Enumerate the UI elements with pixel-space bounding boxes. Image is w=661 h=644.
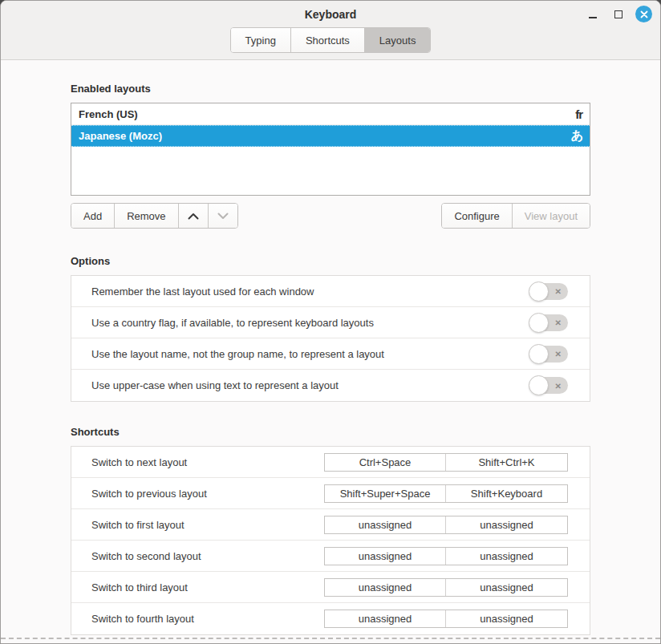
shortcut-binding-button[interactable]: unassigned [446,579,567,596]
shortcut-binding-button[interactable]: Shift+Keyboard [446,485,567,502]
shortcut-row-next-layout: Switch to next layout Ctrl+Space Shift+C… [71,447,590,478]
option-row-upper-case: Use upper-case when using text to repres… [71,370,590,401]
layout-tools-button-group: Configure View layout [441,203,590,229]
toggle-knob [529,375,549,395]
shortcut-label: Switch to fourth layout [91,613,324,625]
list-edit-button-group: Add Remove [71,203,238,229]
enabled-layouts-heading: Enabled layouts [71,83,590,95]
titlebar[interactable]: Keyboard [1,1,660,27]
tab-layouts[interactable]: Layouts [365,28,431,52]
toggle-upper-case[interactable]: ✕ [529,377,568,394]
option-label: Use a country flag, if available, to rep… [91,317,529,329]
shortcut-binding-button[interactable]: unassigned [325,579,446,596]
layout-list[interactable]: French (US) fr Japanese (Mozc) あ [71,103,590,196]
shortcut-row-third-layout: Switch to third layout unassigned unassi… [71,572,590,603]
shortcut-binding-pair: unassigned unassigned [324,610,568,628]
window-title: Keyboard [305,8,357,21]
layouts-panel: Enabled layouts French (US) fr Japanese … [1,83,660,635]
add-button[interactable]: Add [71,204,115,228]
toggle-knob [529,281,549,302]
layout-name: French (US) [79,108,575,120]
shortcut-binding-button[interactable]: unassigned [325,548,446,565]
layout-row-japanese[interactable]: Japanese (Mozc) あ [71,125,590,147]
maximize-icon [614,10,622,18]
tab-bar: Typing Shortcuts Layouts [1,27,660,53]
options-box: Remember the last layout used for each w… [71,275,590,402]
shortcut-binding-button[interactable]: unassigned [446,516,567,533]
shortcut-binding-pair: unassigned unassigned [324,547,568,565]
toggle-off-x-icon: ✕ [555,318,562,327]
shortcut-label: Switch to next layout [91,456,324,468]
shortcut-binding-pair: Shift+Super+Space Shift+Keyboard [324,484,568,503]
shortcut-row-previous-layout: Switch to previous layout Shift+Super+Sp… [71,478,590,509]
shortcut-row-fourth-layout: Switch to fourth layout unassigned unass… [71,603,590,634]
window-controls [584,1,652,27]
shortcut-label: Switch to previous layout [91,488,324,500]
minimize-icon [589,17,597,18]
shortcut-binding-pair: unassigned unassigned [324,516,568,534]
maximize-button[interactable] [610,6,627,23]
close-icon [640,10,648,18]
shortcut-binding-button[interactable]: Ctrl+Space [325,454,446,471]
shortcut-binding-button[interactable]: unassigned [325,610,446,627]
shortcuts-box: Switch to next layout Ctrl+Space Shift+C… [71,446,590,635]
remove-button[interactable]: Remove [115,204,178,228]
option-label: Remember the last layout used for each w… [91,286,529,298]
shortcut-binding-pair: unassigned unassigned [324,578,568,597]
toggle-country-flag[interactable]: ✕ [529,314,568,331]
option-row-country-flag: Use a country flag, if available, to rep… [71,307,590,338]
option-label: Use the layout name, not the group name,… [91,348,529,360]
toggle-off-x-icon: ✕ [555,381,562,390]
shortcut-binding-button[interactable]: Shift+Super+Space [325,485,446,502]
window-resize-edge[interactable] [1,638,660,639]
layout-indicator-badge: fr [575,107,582,121]
shortcut-binding-button[interactable]: unassigned [446,610,567,627]
move-down-button[interactable] [209,204,237,228]
shortcut-label: Switch to third layout [91,581,324,593]
shortcut-row-second-layout: Switch to second layout unassigned unass… [71,541,590,572]
tab-shortcuts[interactable]: Shortcuts [291,28,365,52]
layout-name: Japanese (Mozc) [79,130,571,142]
toggle-off-x-icon: ✕ [555,287,562,296]
move-up-button[interactable] [179,204,209,228]
layout-row-french[interactable]: French (US) fr [71,103,590,125]
shortcuts-heading: Shortcuts [71,426,590,438]
shortcut-label: Switch to first layout [91,519,324,531]
view-layout-button[interactable]: View layout [513,204,590,228]
toggle-layout-name[interactable]: ✕ [529,346,568,363]
window-header: Keyboard Typing Shortcuts Layouts [1,1,660,60]
toggle-knob [529,313,549,333]
chevron-up-icon [188,213,199,220]
toggle-off-x-icon: ✕ [555,350,562,358]
layout-indicator-badge: あ [571,128,582,144]
shortcut-binding-pair: Ctrl+Space Shift+Ctrl+K [324,453,568,472]
shortcut-binding-button[interactable]: unassigned [446,548,567,565]
shortcut-binding-button[interactable]: Shift+Ctrl+K [446,454,567,471]
keyboard-settings-window: Keyboard Typing Shortcuts Layouts [0,0,661,644]
option-row-remember-layout: Remember the last layout used for each w… [71,276,590,307]
option-row-layout-name: Use the layout name, not the group name,… [71,338,590,370]
shortcut-label: Switch to second layout [91,550,324,562]
layout-list-actions: Add Remove Configure View layout [71,203,590,229]
close-button[interactable] [635,6,652,22]
configure-button[interactable]: Configure [442,204,512,228]
chevron-down-icon [217,213,229,220]
options-heading: Options [71,255,590,267]
minimize-button[interactable] [584,6,602,23]
tab-typing[interactable]: Typing [231,28,291,52]
option-label: Use upper-case when using text to repres… [91,379,529,391]
toggle-remember-layout[interactable]: ✕ [529,283,568,300]
shortcut-row-first-layout: Switch to first layout unassigned unassi… [71,509,590,541]
shortcut-binding-button[interactable]: unassigned [325,516,446,533]
toggle-knob [529,344,549,364]
